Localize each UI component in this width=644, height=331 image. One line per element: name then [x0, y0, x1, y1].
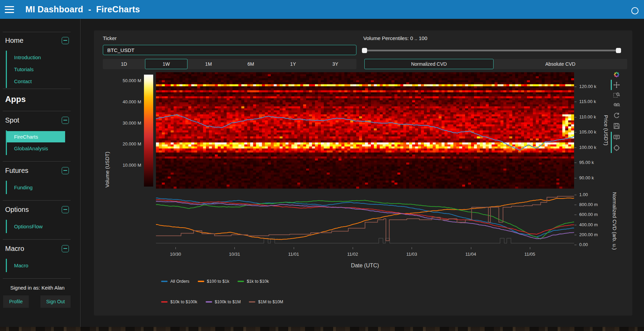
tick-label: 115.00 k	[579, 99, 596, 104]
cvd-mode-group: Normalized CVDAbsolute CVD	[364, 59, 627, 69]
date-axis-title: Date (UTC)	[351, 263, 379, 269]
pan-icon[interactable]	[613, 81, 620, 88]
tick-label: 95.00 k	[579, 160, 594, 165]
tick-mark	[574, 235, 576, 235]
legend-item--10k-to-100k[interactable]: $10k to $100k	[161, 300, 197, 304]
tick-mark	[530, 247, 530, 249]
date-tick-label: 11/02	[345, 252, 360, 257]
sidebar-section-macro: Macro	[5, 244, 69, 253]
range-button-3y[interactable]: 3Y	[314, 59, 356, 69]
legend-item--100-to-1k[interactable]: $100 to $1k	[198, 279, 229, 284]
profile-button[interactable]: Profile	[3, 295, 29, 308]
page-title: MI Dashboard - FireCharts	[25, 4, 140, 14]
hover-single-icon[interactable]	[613, 134, 620, 141]
tick-mark	[574, 225, 576, 225]
tick-mark	[574, 178, 576, 178]
tick-mark	[412, 247, 412, 249]
save-icon[interactable]	[613, 123, 620, 129]
ticker-label: Ticker	[103, 35, 117, 41]
sidebar-item-macro[interactable]: Macro	[7, 259, 80, 271]
volume-colorbar	[144, 75, 153, 187]
volume-percentile-slider[interactable]	[363, 50, 620, 51]
legend-swatch	[249, 301, 255, 303]
tick-mark	[574, 195, 576, 195]
sign-out-button[interactable]: Sign Out	[40, 295, 71, 308]
legend-swatch	[161, 281, 168, 282]
sidebar-section-futures: Futures	[5, 166, 69, 175]
legend-label: $100k to $1M	[215, 300, 241, 304]
crosshair-icon[interactable]	[613, 144, 620, 151]
section-title-options: Options	[5, 206, 29, 214]
sidebar-item-globalanalysis[interactable]: GlobalAnalysis	[7, 142, 80, 154]
legend-item--1k-to-10k[interactable]: $1k to $10k	[238, 279, 269, 284]
sidebar-items-options: OptionsFlow	[6, 220, 80, 233]
chart-legend-row-2: $10k to $100k$100k to $1M$1M to $10M	[161, 300, 291, 304]
tick-label: 90.00 k	[579, 175, 594, 180]
range-button-6m[interactable]: 6M	[230, 59, 272, 69]
divider	[3, 161, 71, 162]
sidebar-section-home: Home	[5, 36, 69, 45]
range-button-1w[interactable]: 1W	[145, 59, 187, 69]
range-button-1m[interactable]: 1M	[187, 59, 230, 69]
volume-heatmap-chart[interactable]	[156, 72, 574, 189]
tick-mark	[574, 163, 576, 163]
ticker-input[interactable]	[103, 45, 356, 55]
date-tick-label: 11/01	[286, 252, 301, 257]
tick-label: 30.000 M	[94, 120, 141, 126]
cvd-button-normalized-cvd[interactable]: Normalized CVD	[364, 59, 494, 69]
normalized-cvd-chart[interactable]	[156, 192, 574, 246]
price-axis-title: Price (USDT)	[603, 106, 609, 154]
sidebar-item-contact[interactable]: Contact	[7, 75, 80, 87]
desktop-wallpaper-strip	[0, 327, 644, 331]
zoom-in-out-icon[interactable]	[613, 102, 620, 109]
slider-handle-min[interactable]	[362, 48, 367, 53]
sidebar-item-introduction[interactable]: Introduction	[7, 51, 80, 63]
divider	[3, 278, 71, 279]
divider	[3, 32, 71, 32]
signed-in-text: Signed in as: Keith Alan	[10, 285, 80, 291]
sidebar-items-futures: Funding	[6, 181, 80, 194]
cvd-button-absolute-cvd[interactable]: Absolute CVD	[494, 59, 627, 69]
range-button-1d[interactable]: 1D	[103, 59, 145, 69]
tick-mark	[294, 247, 294, 249]
sidebar-item-optionsflow[interactable]: OptionsFlow	[7, 220, 80, 232]
box-zoom-icon[interactable]	[613, 92, 620, 99]
collapse-icon[interactable]	[62, 245, 69, 252]
autoscale-icon[interactable]	[613, 112, 620, 119]
range-button-1y[interactable]: 1Y	[272, 59, 314, 69]
hamburger-menu-icon[interactable]	[5, 6, 15, 13]
tick-label: 10.000 M	[94, 163, 141, 168]
legend-item--100k-to-1m[interactable]: $100k to $1M	[206, 300, 241, 304]
tick-mark	[574, 117, 576, 117]
sidebar-item-tutorials[interactable]: Tutorials	[7, 63, 80, 75]
collapse-icon[interactable]	[62, 37, 69, 44]
modebar-active-indicator	[611, 80, 612, 90]
loading-ring-icon	[631, 7, 639, 14]
tick-label: 120.00 k	[579, 84, 596, 89]
date-tick-label: 11/05	[522, 252, 537, 257]
tick-mark	[574, 148, 576, 148]
legend-label: $100 to $1k	[207, 279, 229, 284]
date-tick-label: 10/31	[227, 252, 242, 257]
collapse-icon[interactable]	[62, 167, 69, 174]
legend-label: $10k to $100k	[170, 300, 197, 304]
volume-percentiles-label: Volume Percentiles: 0 .. 100	[363, 35, 427, 41]
legend-item-all-orders[interactable]: All Orders	[161, 279, 190, 284]
tick-label: 800.00 m	[579, 202, 598, 207]
plotly-logo-icon[interactable]	[613, 71, 620, 78]
sidebar-section-options: Options	[5, 205, 69, 214]
sidebar-item-firecharts[interactable]: FireCharts	[7, 131, 65, 142]
legend-item--1m-to-10m[interactable]: $1M to $10M	[249, 300, 283, 304]
tick-mark	[471, 247, 471, 249]
legend-label: $1k to $10k	[247, 279, 269, 284]
chart-legend-row-1: All Orders$100 to $1k$1k to $10k	[161, 279, 277, 284]
app-window: MI Dashboard - FireCharts Home Introduct…	[0, 0, 644, 331]
collapse-icon[interactable]	[62, 117, 69, 124]
sidebar-item-funding[interactable]: Funding	[7, 181, 80, 193]
slider-handle-max[interactable]	[616, 48, 621, 53]
collapse-icon[interactable]	[62, 206, 69, 213]
sidebar-items-macro: Macro	[6, 259, 80, 272]
tick-mark	[574, 102, 576, 102]
tick-mark	[175, 247, 176, 249]
tick-mark	[574, 215, 576, 215]
